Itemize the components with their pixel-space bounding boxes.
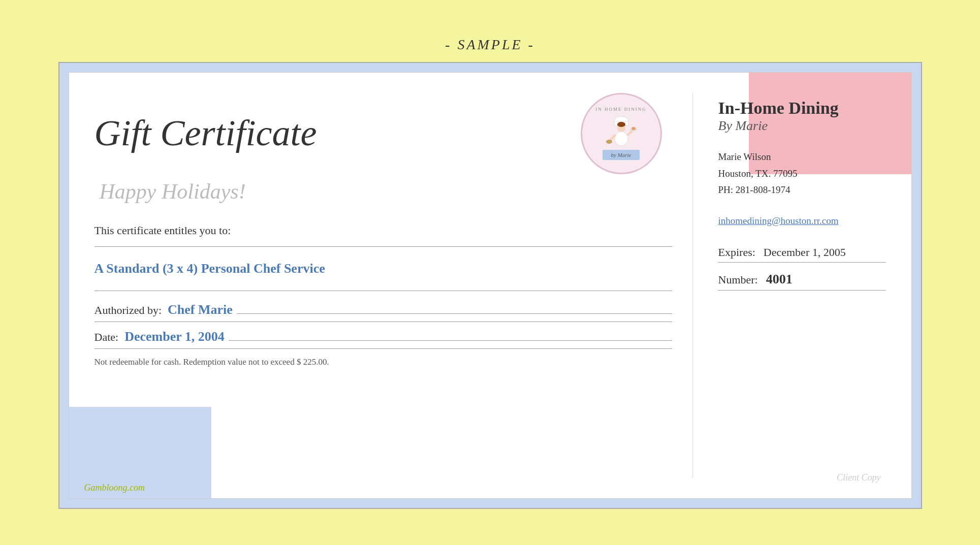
company-subtitle: By Marie [718,118,886,134]
disclaimer-text: Not redeemable for cash. Redemption valu… [94,357,672,367]
authorized-row: Authorized by: Chef Marie [94,302,672,322]
svg-point-3 [617,122,625,127]
divider-top [94,246,672,247]
expires-label: Expires: [718,246,755,259]
contact-address: Houston, TX. 77095 [718,166,886,182]
certificate-content: Gift Certificate IN HOME DINING [69,73,911,498]
date-value: December 1, 2004 [124,329,225,344]
sample-label: - SAMPLE - [445,37,535,53]
number-label: Number: [718,273,758,286]
entitles-text: This certificate entitles you to: [94,224,672,237]
svg-point-4 [615,132,628,146]
svg-line-5 [610,136,615,140]
authorized-underline [237,313,672,314]
left-section: Gift Certificate IN HOME DINING [94,93,693,478]
subtitle-text: Happy Holidays! [100,179,672,204]
divider-middle [94,291,672,291]
outer-frame: Gift Certificate IN HOME DINING [58,62,922,509]
authorized-label: Authorized by: [94,304,162,317]
company-name: In-Home Dining [718,98,886,119]
svg-line-7 [628,131,633,135]
contact-block: Marie Wilson Houston, TX. 77095 PH: 281-… [718,149,886,198]
title-logo-row: Gift Certificate IN HOME DINING [94,93,672,174]
contact-email: inhomedining@houston.rr.com [718,215,886,227]
date-row: Date: December 1, 2004 [94,329,672,349]
chef-icon [606,112,637,148]
service-name: A Standard (3 x 4) Personal Chef Service [94,251,672,286]
authorized-value: Chef Marie [168,302,233,317]
inner-frame: Gift Certificate IN HOME DINING [69,72,912,499]
expires-value: December 1, 2005 [764,246,846,259]
date-underline [229,340,672,341]
logo-ribbon: by Marie [603,150,639,160]
number-row: Number: 4001 [718,272,886,291]
svg-point-9 [631,127,636,130]
right-section: In-Home Dining By Marie Marie Wilson Hou… [693,93,886,478]
logo-inner: IN HOME DINING [582,94,660,173]
contact-phone: PH: 281-808-1974 [718,182,886,198]
logo-text-top: IN HOME DINING [595,107,647,113]
svg-point-6 [606,140,612,144]
gift-certificate-title: Gift Certificate [94,112,581,154]
number-value: 4001 [766,272,793,287]
company-logo: IN HOME DINING [581,93,662,174]
date-label: Date: [94,331,119,344]
contact-name: Marie Wilson [718,149,886,165]
expires-row: Expires: December 1, 2005 [718,246,886,263]
